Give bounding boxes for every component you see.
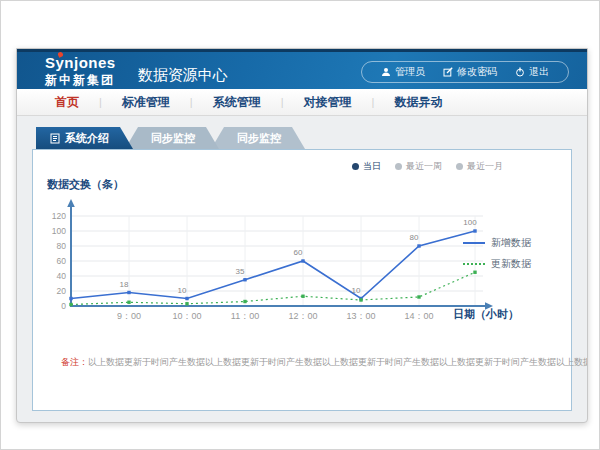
- radio-dot-icon: [352, 163, 359, 170]
- y-axis-arrow: [67, 199, 75, 207]
- data-point-marker: [473, 271, 476, 274]
- data-point-label: 100: [463, 218, 477, 227]
- y-tick-label: 60: [57, 256, 67, 266]
- x-tick-label: 11：00: [231, 311, 259, 321]
- data-point-marker: [243, 278, 246, 281]
- x-tick-label: 13：00: [346, 311, 375, 321]
- radio-last-month[interactable]: 最近一月: [456, 160, 503, 173]
- legend-item-new-data[interactable]: 新增数据: [463, 236, 531, 250]
- tab-system-intro[interactable]: 系统介绍: [36, 127, 133, 149]
- solid-line-swatch-icon: [463, 242, 485, 244]
- data-point-label: 60: [294, 248, 303, 257]
- x-tick-label: 10：00: [172, 311, 201, 321]
- y-tick-label: 100: [52, 226, 66, 236]
- range-filter: 当日 最近一周 最近一月: [352, 160, 503, 173]
- company-name: 新中新集团: [45, 74, 116, 86]
- x-tick-label: 9：00: [117, 311, 141, 321]
- data-point-marker: [69, 297, 72, 300]
- x-tick-label: 14：00: [404, 311, 433, 321]
- dotted-line-swatch-icon: [463, 263, 485, 265]
- series-line-更新数据: [71, 272, 475, 304]
- data-point-marker: [359, 298, 362, 301]
- x-tick-label: 12：00: [288, 311, 317, 321]
- data-point-label: 80: [410, 233, 419, 242]
- tab-bar: 系统介绍 同步监控 同步监控: [36, 127, 572, 149]
- data-point-label: 10: [178, 286, 187, 295]
- x-axis-title: 日期（小时）: [453, 307, 519, 322]
- data-point-marker: [127, 291, 130, 294]
- power-icon: [515, 67, 525, 77]
- edit-icon: [443, 67, 453, 77]
- content-area: 系统介绍 同步监控 同步监控 当日 最近一周 最近一月 数据交换（条） 0204…: [17, 116, 587, 411]
- document-icon: [50, 133, 60, 144]
- y-axis-title: 数据交换（条）: [47, 177, 124, 192]
- tab-sync-monitor-2[interactable]: 同步监控: [211, 127, 305, 149]
- radio-last-week[interactable]: 最近一周: [395, 160, 442, 173]
- radio-today[interactable]: 当日: [352, 160, 381, 173]
- app-title: 数据资源中心: [138, 66, 228, 85]
- nav-item-data-change[interactable]: 数据异动: [374, 94, 462, 111]
- nav-item-standard-mgmt[interactable]: 标准管理: [102, 94, 190, 111]
- y-tick-label: 80: [57, 241, 67, 251]
- y-tick-label: 40: [57, 271, 67, 281]
- y-tick-label: 0: [61, 301, 66, 311]
- main-nav: 首页 | 标准管理 | 系统管理 | 对接管理 | 数据异动: [17, 89, 587, 116]
- tab-sync-monitor-1[interactable]: 同步监控: [125, 127, 219, 149]
- radio-dot-icon: [456, 163, 463, 170]
- footnote-label: 备注：: [61, 357, 88, 367]
- data-point-marker: [185, 297, 188, 300]
- nav-item-interface-mgmt[interactable]: 对接管理: [284, 94, 372, 111]
- data-point-marker: [473, 229, 476, 232]
- logout-button[interactable]: 退出: [506, 65, 558, 79]
- nav-item-system-mgmt[interactable]: 系统管理: [193, 94, 281, 111]
- data-point-marker: [127, 301, 130, 304]
- radio-dot-icon: [395, 163, 402, 170]
- data-point-marker: [417, 295, 420, 298]
- data-point-marker: [301, 259, 304, 262]
- legend-item-update-data[interactable]: 更新数据: [463, 257, 531, 271]
- data-point-label: 10: [352, 286, 361, 295]
- change-password-button[interactable]: 修改密码: [434, 65, 506, 79]
- data-point-label: 18: [120, 280, 129, 289]
- footnote: 备注：以上数据更新于时间产生数据以上数据更新于时间产生数据以上数据更新于时间产生…: [61, 356, 588, 369]
- content-panel: 当日 最近一周 最近一月 数据交换（条） 0204060801001209：00…: [32, 149, 572, 411]
- data-point-marker: [69, 303, 72, 306]
- footnote-text: 以上数据更新于时间产生数据以上数据更新于时间产生数据以上数据更新于时间产生数据以…: [88, 357, 588, 367]
- y-tick-label: 120: [52, 211, 66, 221]
- brand-name: Synjones: [45, 55, 116, 70]
- data-point-marker: [243, 300, 246, 303]
- user-actions-group: 管理员 修改密码 退出: [361, 61, 569, 83]
- data-point-label: 35: [236, 267, 245, 276]
- data-point-marker: [185, 302, 188, 305]
- nav-item-home[interactable]: 首页: [35, 94, 99, 111]
- data-point-marker: [301, 295, 304, 298]
- screenshot-frame: Synjones 新中新集团 数据资源中心 管理员 修改密码 退出: [0, 0, 600, 450]
- brand-logo: Synjones 新中新集团: [45, 55, 116, 86]
- app-header: Synjones 新中新集团 数据资源中心 管理员 修改密码 退出: [17, 49, 587, 89]
- y-tick-label: 20: [57, 286, 67, 296]
- user-icon: [381, 67, 391, 77]
- chart-legend: 新增数据 更新数据: [463, 236, 531, 271]
- admin-user-button[interactable]: 管理员: [372, 65, 434, 79]
- data-point-marker: [417, 244, 420, 247]
- app-window: Synjones 新中新集团 数据资源中心 管理员 修改密码 退出: [16, 48, 588, 423]
